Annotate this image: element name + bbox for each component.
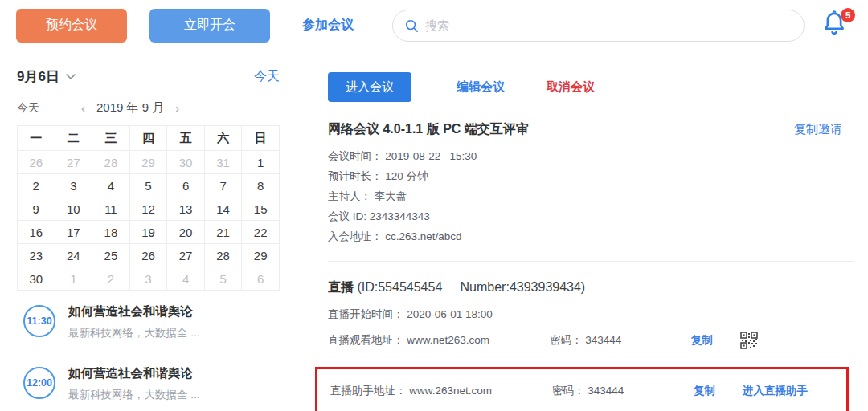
calendar-day-cell[interactable]: 29 [242,244,280,267]
calendar-day-cell[interactable]: 11 [92,197,130,221]
edit-meeting-link[interactable]: 编辑会议 [457,79,505,95]
detail-label: 会议 ID: [328,210,370,222]
calendar-day-cell[interactable]: 30 [167,151,205,174]
meeting-item-title: 如何营造社会和谐舆论 [68,365,200,382]
live-section-heading: 直播 (ID:554545454 Number:4393939434) [328,279,854,296]
calendar-day-cell[interactable]: 4 [92,174,130,197]
calendar-weekday-header: 五 [167,126,205,151]
meeting-item-subtitle: 最新科技网络，大数据全 ... [68,326,200,340]
start-meeting-button[interactable]: 立即开会 [149,9,270,43]
calendar-day-cell[interactable]: 28 [92,151,130,174]
selected-date-dropdown[interactable]: 9月6日 [17,67,76,86]
calendar-day-cell[interactable]: 9 [18,197,55,221]
calendar-day-cell[interactable]: 27 [167,244,205,267]
detail-value: 李大盘 [375,190,407,202]
calendar-day-cell[interactable]: 16 [18,221,55,244]
calendar-day-cell[interactable]: 5 [130,174,168,197]
live-heading-label: 直播 [328,280,354,294]
detail-value: cc.263.net/abcd [385,230,461,242]
live-heading-meta: (ID:554545454 Number:4393939434) [354,280,585,294]
calendar-day-cell[interactable]: 25 [92,244,130,267]
next-month-icon[interactable]: › [172,101,182,115]
list-item[interactable]: 12:00 如何营造社会和谐舆论 最新科技网络，大数据全 ... [17,352,280,411]
enter-live-assistant-link[interactable]: 进入直播助手 [743,384,808,398]
calendar-nav: 今天 ‹ 2019 年 9 月 › [17,100,280,116]
enter-meeting-button[interactable]: 进入会议 [328,72,411,102]
calendar-day-cell[interactable]: 2 [18,174,55,197]
calendar-weekday-header: 一 [18,126,55,151]
prev-month-icon[interactable]: ‹ [78,101,88,115]
calendar-day-cell[interactable]: 30 [18,267,55,291]
calendar-day-cell[interactable]: 24 [55,244,93,267]
calendar-day-cell[interactable]: 4 [167,267,205,291]
calendar-weekday-header: 三 [92,126,130,151]
calendar-day-cell[interactable]: 1 [242,151,280,174]
calendar-day-cell[interactable]: 23 [18,244,55,267]
calendar-day-cell[interactable]: 13 [167,197,205,221]
calendar-day-cell[interactable]: 12 [130,197,168,221]
calendar-day-cell[interactable]: 29 [130,151,168,174]
calendar-day-cell[interactable]: 2 [92,267,130,291]
chevron-down-icon [66,74,76,80]
live-watch-row: 直播观看地址： www.net263.com 密码： 343444 复制 [328,332,854,349]
calendar-today-button[interactable]: 今天 [17,101,39,116]
calendar-day-cell[interactable]: 20 [167,221,205,244]
detail-label: 主持人： [328,190,375,202]
live-start-value: 2020-06-01 18:00 [407,308,493,320]
page-title: 网络会议 4.0-1.1 版 PC 端交互评审 [328,121,529,138]
calendar-day-cell[interactable]: 6 [242,267,280,291]
live-assistant-annotation-box: 直播助手地址： www.263net.com 密码： 343444 复制 进入直… [315,367,849,411]
top-toolbar: 预约会议 立即开会 参加会议 5 [0,0,868,51]
calendar-day-cell[interactable]: 5 [205,267,243,291]
copy-invitation-link[interactable]: 复制邀请 [794,122,842,137]
watch-password-value: 343444 [585,334,621,346]
calendar-day-cell[interactable]: 3 [130,267,168,291]
calendar-day-cell[interactable]: 26 [18,151,55,174]
calendar-day-cell[interactable]: 31 [205,151,243,174]
schedule-meeting-button[interactable]: 预约会议 [16,9,127,43]
detail-value: 2019-08-22 15:30 [385,150,477,162]
list-item[interactable]: 11:30 如何营造社会和谐舆论 最新科技网络，大数据全 ... [17,291,280,352]
calendar-day-cell[interactable]: 26 [130,244,168,267]
cancel-meeting-link[interactable]: 取消会议 [547,79,595,95]
copy-watch-url-link[interactable]: 复制 [691,333,713,348]
calendar-day-cell[interactable]: 14 [205,197,243,221]
qr-code-icon[interactable] [740,332,758,349]
calendar-day-cell[interactable]: 15 [242,197,280,221]
calendar-day-cell[interactable]: 21 [205,221,243,244]
detail-row-meeting-time: 会议时间： 2019-08-22 15:30 [328,146,854,166]
detail-row-host: 主持人： 李大盘 [328,186,854,206]
calendar-day-cell[interactable]: 3 [55,174,93,197]
selected-date-label: 9月6日 [17,67,59,86]
goto-today-link[interactable]: 今天 [254,68,280,85]
meeting-item-title: 如何营造社会和谐舆论 [68,303,200,320]
search-input[interactable] [425,18,792,32]
calendar-day-cell[interactable]: 1 [55,267,93,291]
notification-bell-button[interactable]: 5 [821,10,850,42]
calendar-day-cell[interactable]: 19 [130,221,168,244]
live-assistant-row: 直播助手地址： www.263net.com 密码： 343444 复制 进入直… [330,384,846,398]
calendar-day-cell[interactable]: 22 [242,221,280,244]
copy-assistant-url-link[interactable]: 复制 [694,384,715,398]
search-icon [404,18,419,33]
detail-value: 120 分钟 [385,170,428,182]
meeting-list: 11:30 如何营造社会和谐舆论 最新科技网络，大数据全 ... 12:00 如… [17,291,280,411]
calendar-day-cell[interactable]: 18 [92,221,130,244]
calendar-day-cell[interactable]: 27 [55,151,93,174]
meeting-details: 会议时间： 2019-08-22 15:30 预计时长： 120 分钟 主持人：… [328,146,854,246]
calendar-day-cell[interactable]: 8 [242,174,280,197]
calendar-day-cell[interactable]: 6 [167,174,205,197]
watch-url-label: 直播观看地址： [328,334,407,346]
join-meeting-link[interactable]: 参加会议 [302,17,354,34]
calendar-day-cell[interactable]: 28 [205,244,243,267]
search-box[interactable] [392,10,805,42]
calendar-weekday-header: 二 [55,126,93,151]
detail-label: 预计时长： [328,170,385,182]
notification-badge: 5 [841,8,855,22]
live-start-row: 直播开始时间： 2020-06-01 18:00 [328,307,854,322]
calendar-day-cell[interactable]: 17 [55,221,93,244]
calendar-day-cell[interactable]: 10 [55,197,93,221]
calendar-day-cell[interactable]: 7 [205,174,243,197]
calendar-month-label: 2019 年 9 月 [96,100,164,116]
watch-url-value: www.net263.com [407,334,489,346]
